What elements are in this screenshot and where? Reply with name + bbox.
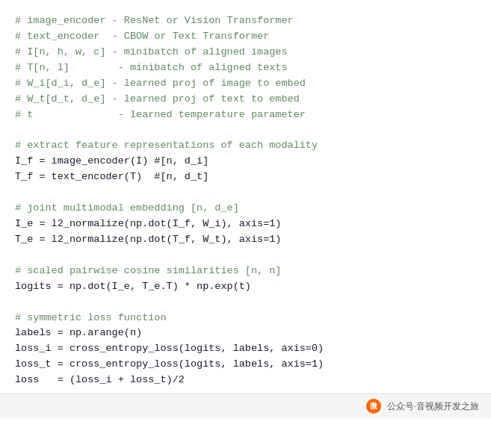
comment-line: # image_encoder - ResNet or Vision Trans… (15, 15, 294, 26)
comment-line: # extract feature representations of eac… (15, 140, 318, 151)
comment-line: # text_encoder - CBOW or Text Transforme… (15, 31, 269, 42)
code-line: T_e = l2_normalize(np.dot(T_f, W_t), axi… (15, 234, 281, 245)
watermark-icon: 微 (366, 399, 381, 414)
comment-line: # W_i[d_i, d_e] - learned proj of image … (15, 78, 306, 89)
code-line: loss_t = cross_entropy_loss(logits, labe… (15, 358, 324, 370)
code-container: # image_encoder - ResNet or Vision Trans… (0, 0, 491, 418)
comment-line: # T[n, l] - minibatch of aligned texts (15, 62, 288, 73)
code-block: # image_encoder - ResNet or Vision Trans… (15, 13, 476, 388)
comment-line: # symmetric loss function (15, 312, 167, 323)
comment-line: # joint multimodal embedding [n, d_e] (15, 202, 239, 214)
watermark-bar: 微 公众号·音视频开发之旅 (0, 393, 491, 418)
code-line: T_f = text_encoder(T) #[n, d_t] (15, 171, 209, 182)
code-line: loss_i = cross_entropy_loss(logits, labe… (15, 343, 324, 354)
code-line: logits = np.dot(I_e, T_e.T) * np.exp(t) (15, 281, 251, 292)
comment-line: # t - learned temperature parameter (15, 109, 306, 120)
code-line: labels = np.arange(n) (15, 327, 142, 338)
comment-line: # scaled pairwise cosine similarities [n… (15, 265, 281, 276)
watermark-text: 公众号·音视频开发之旅 (387, 400, 479, 413)
comment-line: # I[n, h, w, c] - minibatch of aligned i… (15, 46, 288, 57)
code-line: I_f = image_encoder(I) #[n, d_i] (15, 155, 209, 167)
comment-line: # W_t[d_t, d_e] - learned proj of text t… (15, 93, 300, 105)
code-line: loss = (loss_i + loss_t)/2 (15, 374, 185, 385)
code-line: I_e = l2_normalize(np.dot(I_f, W_i), axi… (15, 218, 281, 229)
